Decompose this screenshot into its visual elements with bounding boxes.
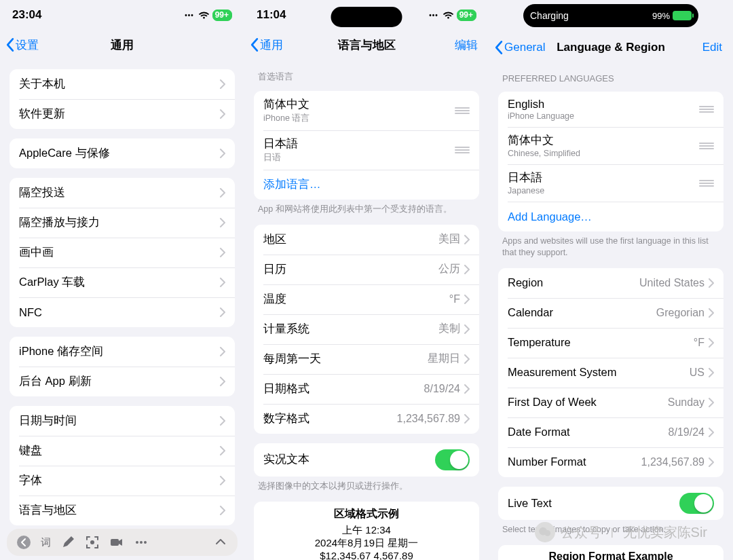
row-background-refresh[interactable]: 后台 App 刷新 — [10, 367, 235, 396]
row-number-format[interactable]: 数字格式1,234,567.89 — [254, 404, 479, 434]
svg-point-5 — [144, 541, 147, 544]
nav-bar: 通用 语言与地区 编辑 — [244, 30, 489, 60]
add-language-row[interactable]: Add Language… — [498, 202, 723, 231]
svg-rect-2 — [111, 539, 119, 546]
back-label: 设置 — [16, 37, 39, 53]
chevron-right-icon — [464, 295, 470, 304]
row-temperature[interactable]: Temperature°F — [498, 328, 723, 358]
phone-language-region-cn: 11:04 ••• 99+ 通用 语言与地区 编辑 首选语言 简体中文iPhon… — [244, 0, 489, 560]
lang-row-zh[interactable]: 简体中文Chinese, Simplified — [498, 127, 723, 164]
chevron-right-icon — [464, 354, 470, 364]
row-keyboard[interactable]: 键盘 — [10, 436, 235, 466]
nav-bar: 设置 通用 — [0, 30, 244, 60]
toolbar-text[interactable]: 词 — [41, 536, 51, 549]
row-number-format[interactable]: Number Format1,234,567.89 — [498, 447, 723, 477]
drag-handle-icon[interactable] — [455, 146, 470, 154]
drag-handle-icon[interactable] — [455, 107, 470, 115]
chevron-right-icon — [464, 265, 470, 274]
lang-row-ja[interactable]: 日本語日语 — [254, 130, 479, 170]
edit-button[interactable]: 编辑 — [455, 37, 483, 53]
example-time: 上午 12:34 — [254, 524, 479, 537]
svg-point-3 — [136, 541, 138, 544]
example-numbers: $12,345.67 4,567.89 — [254, 550, 479, 560]
cellular-icon: ••• — [185, 12, 194, 19]
chevron-right-icon — [464, 414, 470, 424]
row-calendar[interactable]: CalendarGregorian — [498, 298, 723, 328]
row-date-time[interactable]: 日期与时间 — [10, 406, 235, 436]
row-live-text: 实况文本 — [254, 443, 479, 477]
row-first-day-week[interactable]: 每周第一天星期日 — [254, 344, 479, 374]
back-button[interactable]: 通用 — [250, 37, 283, 53]
chevron-right-icon — [220, 377, 225, 386]
row-calendar[interactable]: 日历公历 — [254, 255, 479, 284]
drag-handle-icon[interactable] — [699, 142, 714, 150]
content-scroll[interactable]: PREFERRED LANGUAGES EnglishiPhone Langua… — [489, 62, 733, 560]
chevron-left-icon — [5, 37, 14, 52]
preferred-languages-footer: Apps and websites will use the first lan… — [498, 231, 723, 259]
page-title: Language & Region — [557, 41, 665, 54]
chevron-right-icon — [709, 428, 714, 437]
row-nfc[interactable]: NFC — [10, 297, 235, 327]
video-icon[interactable] — [109, 535, 124, 550]
edit-button[interactable]: Edit — [702, 41, 728, 54]
row-first-day-week[interactable]: First Day of WeekSunday — [498, 388, 723, 417]
nav-bar: General Language & Region Edit — [489, 33, 733, 62]
row-temperature[interactable]: 温度°F — [254, 284, 479, 314]
chevron-right-icon — [220, 109, 225, 119]
chevron-right-icon — [709, 398, 714, 407]
row-measurement[interactable]: Measurement SystemUS — [498, 358, 723, 388]
row-date-format[interactable]: 日期格式8/19/24 — [254, 374, 479, 404]
row-carplay[interactable]: CarPlay 车载 — [10, 267, 235, 297]
row-region[interactable]: RegionUnited States — [498, 268, 723, 298]
live-text-switch[interactable] — [435, 449, 470, 470]
phone-language-region-en: Charging 99% General Language & Region E… — [489, 0, 733, 560]
drag-handle-icon[interactable] — [699, 105, 714, 113]
drag-handle-icon[interactable] — [699, 179, 714, 187]
row-date-format[interactable]: Date Format8/19/24 — [498, 417, 723, 447]
pencil-icon[interactable] — [60, 535, 75, 550]
lang-row-ja[interactable]: 日本語Japanese — [498, 164, 723, 202]
row-region[interactable]: 地区美国 — [254, 225, 479, 255]
back-button[interactable]: General — [494, 40, 545, 55]
chevron-right-icon — [709, 338, 714, 348]
status-indicators: ••• 99+ — [185, 10, 232, 21]
dynamic-island: Charging 99% — [523, 4, 698, 27]
row-measurement[interactable]: 计量系统美制 — [254, 314, 479, 344]
chevron-right-icon — [220, 79, 225, 89]
preferred-languages-header: PREFERRED LANGUAGES — [498, 62, 723, 88]
example-title: 区域格式示例 — [254, 507, 479, 521]
chevron-right-icon — [220, 446, 225, 455]
content-scroll[interactable]: 关于本机 软件更新 AppleCare 与保修 隔空投送 隔空播放与接力 画中画… — [0, 60, 244, 560]
row-pip[interactable]: 画中画 — [10, 238, 235, 267]
example-date: 2024年8月19日 星期一 — [254, 537, 479, 550]
collapse-icon[interactable] — [213, 535, 228, 550]
row-software-update[interactable]: 软件更新 — [10, 99, 235, 129]
chevron-right-icon — [220, 307, 225, 317]
row-airdrop[interactable]: 隔空投送 — [10, 178, 235, 208]
scan-icon[interactable] — [85, 535, 100, 550]
row-applecare[interactable]: AppleCare 与保修 — [10, 138, 235, 168]
chevron-left-circle-icon[interactable] — [16, 535, 31, 550]
region-format-example: 区域格式示例 上午 12:34 2024年8月19日 星期一 $12,345.6… — [254, 502, 479, 560]
chevron-right-icon — [220, 248, 225, 257]
wifi-icon — [198, 11, 210, 20]
content-scroll[interactable]: 首选语言 简体中文iPhone 语言 日本語日语 添加语言… App 和网站将使… — [244, 60, 489, 560]
row-airplay[interactable]: 隔空播放与接力 — [10, 208, 235, 238]
preferred-languages-header: 首选语言 — [254, 60, 479, 87]
chevron-right-icon — [709, 368, 714, 377]
more-icon[interactable] — [134, 535, 149, 550]
row-storage[interactable]: iPhone 储存空间 — [10, 337, 235, 367]
add-language-row[interactable]: 添加语言… — [254, 170, 479, 200]
lang-row-zh[interactable]: 简体中文iPhone 语言 — [254, 91, 479, 130]
row-language-region[interactable]: 语言与地区 — [10, 496, 235, 525]
chevron-right-icon — [220, 149, 225, 158]
chevron-right-icon — [220, 278, 225, 287]
chevron-right-icon — [220, 416, 225, 426]
lang-row-en[interactable]: EnglishiPhone Language — [498, 92, 723, 127]
island-battery: 99% — [652, 11, 692, 21]
island-charging-label: Charging — [530, 10, 569, 21]
row-about[interactable]: 关于本机 — [10, 69, 235, 99]
row-fonts[interactable]: 字体 — [10, 466, 235, 496]
back-button[interactable]: 设置 — [5, 37, 39, 53]
live-text-switch[interactable] — [679, 493, 714, 514]
